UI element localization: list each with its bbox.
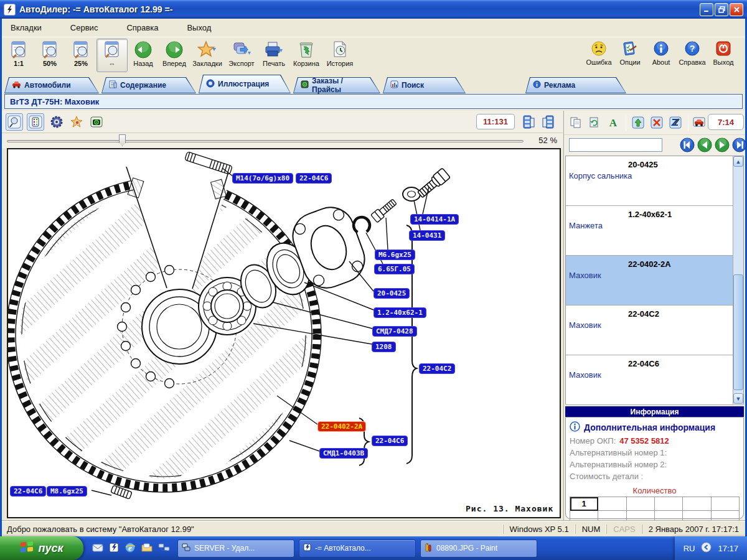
print-button[interactable]: Печать	[258, 39, 289, 72]
minimize-button[interactable]	[700, 3, 713, 16]
quantity-cell[interactable]	[683, 511, 711, 521]
part-label[interactable]: 20-0425	[374, 288, 410, 299]
palette-tool-button[interactable]	[27, 113, 44, 131]
part-label[interactable]: СМД7-0428	[372, 326, 417, 337]
menu-exit[interactable]: Выход	[183, 21, 215, 34]
part-list-item[interactable]: 22-04С2 Маховик	[566, 306, 743, 355]
options-button[interactable]: Опции	[614, 39, 646, 72]
quantity-cell[interactable]: 1	[570, 497, 598, 511]
star-tool-button[interactable]	[68, 113, 85, 131]
vehicle-button[interactable]	[691, 114, 707, 131]
zoom-fit-button[interactable]: ⇔	[96, 39, 128, 72]
part-list-item[interactable]: 22-04С6 Маховик	[566, 355, 743, 405]
app-shortcut-icon[interactable]	[109, 543, 119, 554]
help-button[interactable]: ? Справка	[677, 39, 708, 72]
quantity-cell[interactable]	[627, 511, 655, 521]
tab-cars[interactable]: Автомобили	[4, 77, 99, 93]
network-icon[interactable]	[158, 543, 170, 554]
delete-button[interactable]	[649, 114, 665, 131]
tab-orders[interactable]: Заказы / Прайсы	[293, 77, 380, 93]
taskbar-item-server[interactable]: SERVER - Удал...	[177, 539, 294, 558]
scroll-down-icon[interactable]: ▼	[733, 393, 743, 404]
exit-button[interactable]: Выход	[708, 39, 739, 72]
font-button[interactable]: A	[605, 114, 621, 131]
start-button[interactable]: пуск	[0, 536, 83, 560]
refresh-button[interactable]	[586, 114, 603, 131]
quantity-cell[interactable]	[712, 497, 740, 511]
thumbnails-left-button[interactable]	[520, 113, 537, 131]
part-list-item[interactable]: 20-0425 Корпус сальника	[566, 156, 743, 206]
last-item-button[interactable]	[732, 138, 747, 152]
part-label[interactable]: 22-04C6	[296, 173, 332, 184]
part-label[interactable]: 22-04С6	[372, 436, 408, 446]
scrollbar-thumb[interactable]	[733, 274, 743, 390]
photo-tool-button[interactable]	[88, 113, 105, 131]
quantity-cell[interactable]	[655, 497, 683, 511]
about-button[interactable]: About	[646, 39, 677, 72]
zoom-1-1-button[interactable]: 1:1	[3, 39, 34, 72]
search-input[interactable]	[569, 138, 662, 152]
quantity-cell[interactable]	[655, 511, 683, 521]
edit-button[interactable]	[667, 114, 684, 131]
part-label[interactable]: 1208	[372, 342, 396, 352]
pan-zoom-tool-button[interactable]	[6, 113, 23, 131]
scroll-up-icon[interactable]: ▲	[733, 156, 743, 167]
forward-button[interactable]: Вперед	[159, 39, 190, 72]
quantity-cell[interactable]	[598, 511, 626, 521]
tab-search[interactable]: Поиск	[383, 77, 466, 93]
bookmarks-button[interactable]: Закладки	[190, 39, 225, 72]
zoom-25-button[interactable]: 25%	[65, 39, 96, 72]
taskbar-item-autocatalog[interactable]: -= АвтоКатало...	[299, 539, 416, 558]
tray-collapse-icon[interactable]	[701, 542, 712, 554]
mail-icon[interactable]	[92, 543, 103, 554]
cart-button[interactable]: Корзина	[289, 39, 323, 72]
quantity-cell[interactable]	[570, 511, 598, 521]
quantity-cell[interactable]	[598, 497, 626, 511]
back-button[interactable]: Назад	[128, 39, 159, 72]
thumbnails-right-button[interactable]	[540, 113, 557, 131]
part-label[interactable]: СМД1-0403В	[319, 448, 368, 459]
part-label[interactable]: 22-04С2	[419, 363, 455, 374]
part-label[interactable]: 6.65Г.05	[374, 264, 415, 274]
prev-item-button[interactable]	[697, 138, 712, 152]
part-label[interactable]: 14-0414-1А	[410, 214, 459, 225]
tab-illustration[interactable]: Иллюстрация	[199, 75, 291, 93]
close-button[interactable]	[730, 3, 743, 16]
part-label[interactable]: 22-04С6	[10, 486, 46, 497]
next-item-button[interactable]	[715, 138, 730, 152]
part-label[interactable]: М8.6gх25	[47, 486, 87, 497]
export-button[interactable]: Экспорт	[225, 39, 258, 72]
taskbar-item-paint[interactable]: 08890.JPG - Paint	[420, 539, 537, 558]
quantity-cell[interactable]	[683, 497, 711, 511]
zoom-document-icon	[72, 40, 90, 59]
quantity-cell[interactable]	[627, 497, 655, 511]
move-up-button[interactable]	[630, 114, 646, 131]
error-button[interactable]: Ошибка	[583, 39, 614, 72]
quantity-cell[interactable]	[712, 511, 740, 521]
gear-tool-button[interactable]	[48, 113, 65, 131]
copy-button[interactable]	[568, 114, 584, 131]
zoom-50-button[interactable]: 50%	[34, 39, 65, 72]
history-button[interactable]: История	[323, 39, 357, 72]
folder-icon[interactable]	[141, 543, 153, 554]
zoom-slider-thumb[interactable]	[119, 134, 126, 146]
zoom-slider-track[interactable]	[7, 140, 524, 142]
part-label[interactable]: 14-0431	[409, 230, 445, 241]
language-indicator[interactable]: RU	[684, 544, 695, 553]
tab-contents[interactable]: Содержание	[101, 77, 196, 93]
forward-arrow-icon	[165, 40, 184, 59]
browser-icon[interactable]: e	[125, 542, 136, 555]
tab-ads[interactable]: Реклама	[525, 77, 626, 93]
first-item-button[interactable]	[680, 138, 695, 152]
part-label[interactable]: 1.2-40х62-1	[374, 307, 426, 318]
part-list-item-selected[interactable]: 22-0402-2А Маховик	[566, 256, 743, 306]
menu-help[interactable]: Справка	[123, 21, 162, 34]
menu-service[interactable]: Сервис	[67, 21, 102, 34]
part-label-highlighted[interactable]: 22-0402-2А	[317, 421, 366, 432]
part-list-item[interactable]: 1.2-40x62-1 Манжета	[566, 206, 743, 256]
part-label[interactable]: М6.6gх25	[375, 250, 415, 260]
menu-tabs[interactable]: Вкладки	[7, 21, 45, 34]
part-label[interactable]: M14(7o/6g)x80	[232, 173, 293, 184]
restore-button[interactable]	[715, 3, 728, 16]
list-scrollbar[interactable]: ▲ ▼	[733, 156, 743, 404]
